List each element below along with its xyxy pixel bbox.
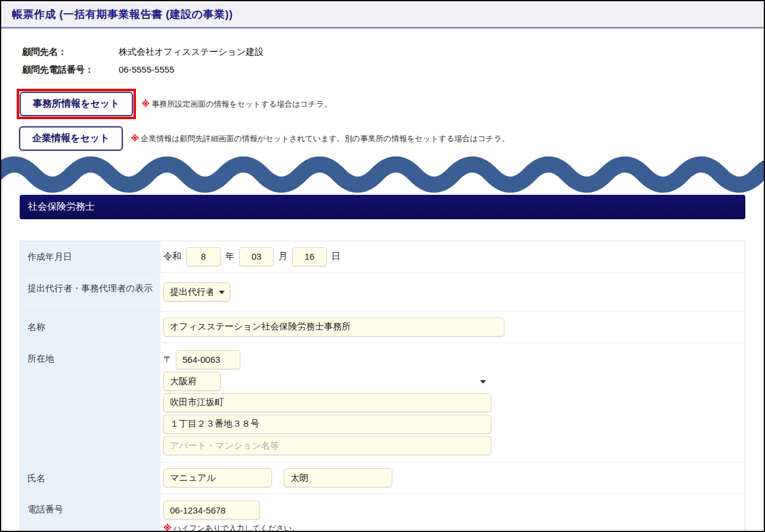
company-set-note: ※企業情報は顧問先詳細画面の情報がセットされています。別の事業所の情報をセットす… xyxy=(131,133,510,144)
form-table: 作成年月日 令和 年 月 日 提出代行者・事務代理者の表示 xyxy=(20,241,745,532)
month-unit: 月 xyxy=(278,251,287,262)
prefecture-select[interactable]: 大阪府 xyxy=(163,372,221,391)
asterisk-mark: ※ xyxy=(142,99,150,108)
city-input[interactable] xyxy=(163,393,491,412)
table-row-creation-date: 作成年月日 令和 年 月 日 xyxy=(20,241,745,273)
month-input[interactable] xyxy=(239,247,274,266)
office-name-label: 名称 xyxy=(20,312,160,343)
postal-mark: 〒 xyxy=(163,354,172,365)
day-unit: 日 xyxy=(332,251,340,262)
company-set-note-text: 企業情報は顧問先詳細画面の情報がセットされています。別の事業所の情報をセットする… xyxy=(141,134,509,143)
postal-code-input[interactable] xyxy=(176,350,240,369)
table-row-phone: 電話番号 ※ハイフンありで入力してください。 xyxy=(20,494,745,532)
last-name-input[interactable] xyxy=(163,468,272,487)
person-name-label: 氏名 xyxy=(20,463,160,494)
first-name-input[interactable] xyxy=(284,468,392,487)
day-input[interactable] xyxy=(292,247,327,266)
phone-note: ※ハイフンありで入力してください。 xyxy=(163,523,300,532)
table-row-agent-display: 提出代行者・事務代理者の表示 提出代行者 xyxy=(20,273,745,312)
creation-date-label: 作成年月日 xyxy=(20,241,160,272)
address-label: 所在地 xyxy=(20,343,160,462)
actions: 事務所情報をセット ※事務所設定画面の情報をセットする場合はコチラ。 企業情報を… xyxy=(17,89,764,151)
company-set-row: 企業情報をセット ※企業情報は顧問先詳細画面の情報がセットされています。別の事業… xyxy=(19,126,764,151)
client-phone-label: 顧問先電話番号： xyxy=(22,64,119,76)
era-label: 令和 xyxy=(163,251,181,262)
client-info: 顧問先名： 株式会社オフィスステーション建設 顧問先電話番号： 06-5555-… xyxy=(22,46,764,76)
office-set-row: 事務所情報をセット ※事務所設定画面の情報をセットする場合はコチラ。 xyxy=(17,89,764,119)
page-title: 帳票作成 (一括有期事業報告書 (建設の事業)) xyxy=(12,7,753,21)
agent-display-select-wrap: 提出代行者 xyxy=(163,282,230,301)
office-name-input[interactable] xyxy=(163,318,504,337)
set-company-info-button[interactable]: 企業情報をセット xyxy=(19,126,123,151)
client-name-label: 顧問先名： xyxy=(22,46,119,58)
client-name-value: 株式会社オフィスステーション建設 xyxy=(119,46,264,58)
phone-input[interactable] xyxy=(163,500,260,519)
red-highlight-annotation: 事務所情報をセット xyxy=(17,89,136,119)
section-title: 社会保険労務士 xyxy=(28,201,95,211)
client-phone-value: 06-5555-5555 xyxy=(119,64,174,76)
page-header: 帳票作成 (一括有期事業報告書 (建設の事業)) xyxy=(1,1,764,29)
office-set-note-text: 事務所設定画面の情報をセットする場合はコチラ。 xyxy=(151,99,332,108)
asterisk-mark: ※ xyxy=(163,523,172,532)
year-unit: 年 xyxy=(225,251,234,262)
table-row-office-name: 名称 xyxy=(20,312,745,343)
office-set-note: ※事務所設定画面の情報をセットする場合はコチラ。 xyxy=(142,99,332,110)
sr-consultant-section: 社会保険労務士 作成年月日 令和 年 月 日 xyxy=(20,195,745,532)
prefecture-select-wrap: 大阪府 xyxy=(163,372,491,391)
agent-display-label: 提出代行者・事務代理者の表示 xyxy=(20,273,160,311)
client-phone-row: 顧問先電話番号： 06-5555-5555 xyxy=(22,64,764,76)
client-name-row: 顧問先名： 株式会社オフィスステーション建設 xyxy=(22,46,764,58)
year-input[interactable] xyxy=(186,247,221,266)
table-row-address: 所在地 〒 大阪府 xyxy=(20,343,745,463)
set-office-info-button[interactable]: 事務所情報をセット xyxy=(20,92,133,116)
agent-display-select[interactable]: 提出代行者 xyxy=(163,282,230,301)
asterisk-mark: ※ xyxy=(131,133,140,143)
wave-divider xyxy=(1,158,764,191)
table-row-person-name: 氏名 xyxy=(20,463,745,494)
section-header: 社会保険労務士 xyxy=(20,195,745,219)
building-input[interactable] xyxy=(163,436,491,455)
page: 帳票作成 (一括有期事業報告書 (建設の事業)) 顧問先名： 株式会社オフィスス… xyxy=(0,0,765,532)
phone-label: 電話番号 xyxy=(20,494,160,532)
street-input[interactable] xyxy=(163,415,491,434)
phone-note-text: ハイフンありで入力してください。 xyxy=(174,524,300,532)
